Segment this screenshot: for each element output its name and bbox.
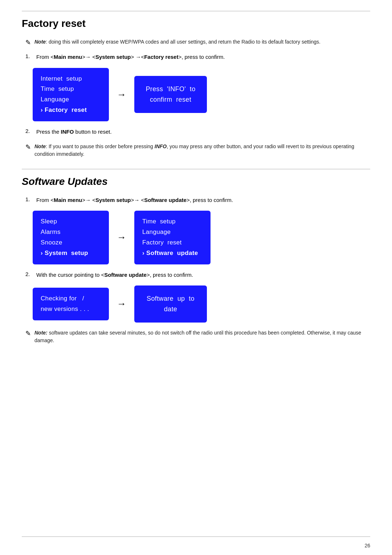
software-arrow1: → [109, 232, 134, 243]
software-updates-section: Software Updates 1. From <Main menu>→ <S… [22, 176, 370, 344]
software-screen-row1: Sleep Alarms Snooze › System setup → Tim… [33, 211, 370, 264]
factory-arrow: → [109, 89, 134, 100]
note2-icon: ✎ [25, 143, 31, 151]
page: Factory reset ✎ Note: doing this will co… [0, 0, 392, 555]
note1-text: Note: doing this will completely erase W… [34, 38, 320, 46]
factory-screen-left-line1: Internet setup [41, 74, 101, 84]
page-number: 26 [364, 543, 370, 548]
factory-step2-row: 2. Press the INFO button to reset. [25, 128, 370, 136]
factory-step2-text: Press the INFO button to reset. [36, 128, 112, 136]
factory-press-line2: confirm reset [144, 94, 197, 105]
note1-body: : doing this will completely erase WEP/W… [46, 39, 320, 45]
software-step1-num: 1. [25, 196, 36, 202]
note1-bold: Note [34, 39, 46, 45]
software-updates-title: Software Updates [22, 176, 370, 187]
factory-step1-row: 1. From <Main menu>→ <System setup> →<Fa… [25, 53, 370, 61]
factory-step1-num: 1. [25, 53, 36, 59]
note1-icon: ✎ [25, 39, 31, 46]
sw-right1-line3: Factory reset [142, 238, 203, 248]
software-step1-row: 1. From <Main menu>→ <System setup>→ <So… [25, 196, 370, 204]
software-note: ✎ Note: software updates can take severa… [25, 329, 370, 344]
factory-screen-left: Internet setup Time setup Language › Fac… [33, 68, 109, 122]
software-screen-row2: Checking for / new versions . . . → Soft… [33, 285, 370, 323]
software-screen2-right: Software up to date [134, 285, 207, 323]
software-screen2-left: Checking for / new versions . . . [33, 288, 109, 320]
sw-right1-line2: Language [142, 227, 203, 238]
top-rule [22, 11, 370, 11]
sw-left2-line2: new versions . . . [41, 304, 101, 315]
sw-right2-line1: Software up to [144, 293, 197, 304]
sw-left1-line1: Sleep [41, 216, 101, 227]
factory-press-line1: Press 'INFO' to [144, 84, 197, 94]
sw-note-text: Note: software updates can take several … [34, 329, 370, 344]
software-step2-num: 2. [25, 271, 36, 277]
factory-reset-note1: ✎ Note: doing this will completely erase… [25, 38, 370, 46]
factory-screen-left-line4: › Factory reset [41, 105, 101, 116]
factory-screen-right: Press 'INFO' to confirm reset [134, 76, 207, 113]
factory-step2-num: 2. [25, 128, 36, 134]
software-screen1-right: Time setup Language Factory reset › Soft… [134, 211, 211, 264]
sw-left2-line1: Checking for / [41, 293, 101, 304]
factory-screen-left-line2: Time setup [41, 84, 101, 94]
software-step1-text: From <Main menu>→ <System setup>→ <Softw… [36, 196, 233, 204]
software-step2-row: 2. With the cursor pointing to <Software… [25, 271, 370, 279]
factory-screen-left-line3: Language [41, 94, 101, 105]
sw-left1-line2: Alarms [41, 227, 101, 238]
sw-note-icon: ✎ [25, 329, 31, 337]
bottom-rule [22, 536, 370, 537]
factory-reset-note2: ✎ Note: If you want to pause this order … [25, 143, 370, 158]
software-arrow2: → [109, 298, 134, 309]
sw-right1-line1: Time setup [142, 216, 203, 227]
note2-text: Note: If you want to pause this order be… [34, 143, 370, 158]
factory-reset-section: Factory reset ✎ Note: doing this will co… [22, 18, 370, 158]
sw-left1-line3: Snooze [41, 238, 101, 248]
sw-left1-line4: › System setup [41, 248, 101, 259]
sw-right1-line4: › Software update [142, 248, 203, 259]
factory-reset-title: Factory reset [22, 18, 370, 29]
sw-right2-line2: date [144, 304, 197, 315]
section-divider [22, 169, 370, 169]
factory-step1-text: From <Main menu>→ <System setup> →<Facto… [36, 53, 225, 61]
software-screen1-left: Sleep Alarms Snooze › System setup [33, 211, 109, 264]
factory-screen-row: Internet setup Time setup Language › Fac… [33, 68, 370, 122]
software-step2-text: With the cursor pointing to <Software up… [36, 271, 193, 279]
